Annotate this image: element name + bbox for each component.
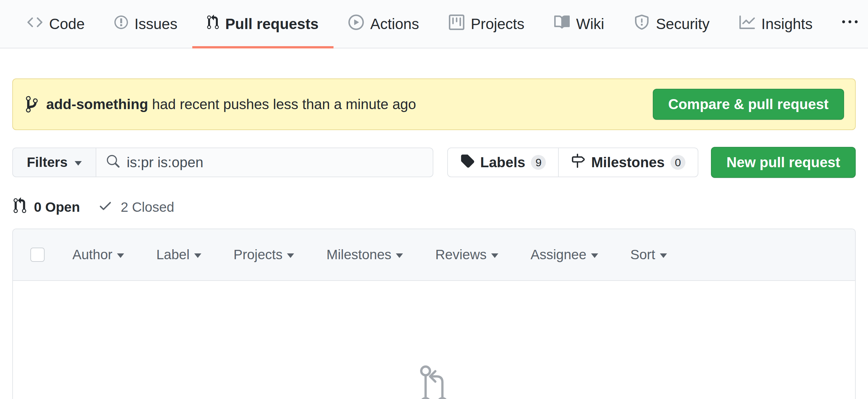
milestones-count-badge: 0 (671, 155, 685, 170)
projects-filter-dropdown[interactable]: Projects (234, 247, 294, 262)
kebab-horizontal-icon (842, 14, 858, 34)
project-board-icon (449, 14, 464, 34)
banner-message: add-something had recent pushes less tha… (46, 96, 416, 112)
closed-count-label: 2 Closed (121, 199, 174, 215)
milestone-icon (571, 154, 585, 171)
label-filter-dropdown[interactable]: Label (156, 247, 201, 262)
assignee-filter-dropdown[interactable]: Assignee (531, 247, 598, 262)
author-filter-dropdown[interactable]: Author (72, 247, 124, 262)
code-icon (27, 14, 43, 34)
tab-insights[interactable]: Insights (724, 0, 828, 48)
filters-label: Filters (27, 155, 67, 170)
graph-icon (739, 14, 755, 34)
search-icon (106, 155, 120, 170)
sort-filter-label: Sort (630, 247, 655, 262)
labels-count-badge: 9 (531, 155, 546, 170)
tab-label: Code (49, 15, 85, 33)
banner-message-text: had recent pushes less than a minute ago (152, 96, 416, 112)
caret-down-icon (117, 254, 124, 258)
tag-icon (460, 154, 474, 171)
caret-down-icon (591, 254, 598, 258)
caret-down-icon (75, 161, 82, 166)
select-all-checkbox[interactable] (30, 247, 44, 262)
milestones-filter-label: Milestones (327, 247, 391, 262)
caret-down-icon (287, 254, 294, 258)
git-pull-request-icon (13, 197, 26, 217)
closed-filter-link[interactable]: 2 Closed (98, 198, 174, 216)
book-icon (554, 14, 570, 34)
milestones-filter-dropdown[interactable]: Milestones (327, 247, 403, 262)
caret-down-icon (660, 254, 667, 258)
git-branch-icon (26, 95, 38, 113)
git-pull-request-icon (417, 360, 451, 399)
page-content: add-something had recent pushes less tha… (0, 78, 868, 399)
tab-code[interactable]: Code (12, 0, 99, 48)
repo-tab-nav: Code Issues Pull requests Actions Projec… (0, 0, 868, 48)
labels-milestones-group: Labels 9 Milestones 0 (447, 147, 699, 177)
tab-security[interactable]: Security (619, 0, 724, 48)
new-pull-request-button[interactable]: New pull request (711, 147, 856, 178)
list-header-filters: Author Label Projects Milestones Reviews (72, 247, 699, 262)
tab-label: Actions (370, 15, 419, 33)
search-input[interactable] (127, 154, 423, 170)
compare-pull-request-button[interactable]: Compare & pull request (653, 89, 844, 120)
tab-label: Issues (134, 15, 178, 33)
caret-down-icon (491, 254, 498, 258)
check-icon (98, 198, 113, 216)
shield-icon (634, 14, 650, 34)
projects-filter-label: Projects (234, 247, 283, 262)
caret-down-icon (194, 254, 201, 258)
labels-button[interactable]: Labels 9 (448, 148, 558, 176)
recent-push-banner: add-something had recent pushes less tha… (12, 78, 856, 130)
empty-state (13, 281, 855, 399)
open-count-label: 0 Open (34, 199, 80, 215)
branch-name: add-something (46, 96, 148, 112)
reviews-filter-dropdown[interactable]: Reviews (435, 247, 498, 262)
filters-dropdown-button[interactable]: Filters (12, 147, 96, 177)
list-header: Author Label Projects Milestones Reviews (13, 229, 855, 281)
tab-label: Wiki (576, 15, 604, 33)
play-icon (348, 14, 364, 34)
search-group: Filters (12, 147, 433, 177)
reviews-filter-label: Reviews (435, 247, 487, 262)
milestones-label: Milestones (591, 154, 664, 170)
git-pull-request-icon (207, 14, 219, 34)
tab-label: Insights (762, 15, 813, 33)
overflow-menu-button[interactable] (827, 0, 868, 48)
tab-label: Security (656, 15, 710, 33)
sort-filter-dropdown[interactable]: Sort (630, 247, 667, 262)
tab-wiki[interactable]: Wiki (539, 0, 619, 48)
tab-label: Pull requests (225, 15, 319, 33)
tab-issues[interactable]: Issues (99, 0, 192, 48)
filter-toolbar: Filters Labels 9 Milestones 0 New pull r… (12, 147, 856, 178)
tab-projects[interactable]: Projects (434, 0, 539, 48)
label-filter-label: Label (156, 247, 190, 262)
issue-opened-icon (115, 14, 128, 34)
tab-actions[interactable]: Actions (334, 0, 434, 48)
milestones-button[interactable]: Milestones 0 (558, 148, 698, 176)
labels-label: Labels (480, 154, 525, 170)
issue-search-box (96, 147, 433, 177)
tab-pull-requests[interactable]: Pull requests (192, 0, 334, 48)
issue-states-row: 0 Open 2 Closed (12, 197, 856, 217)
open-filter-link[interactable]: 0 Open (13, 197, 80, 217)
tab-label: Projects (471, 15, 525, 33)
author-filter-label: Author (72, 247, 113, 262)
pull-request-list: Author Label Projects Milestones Reviews (12, 229, 856, 399)
assignee-filter-label: Assignee (531, 247, 587, 262)
caret-down-icon (396, 254, 403, 258)
